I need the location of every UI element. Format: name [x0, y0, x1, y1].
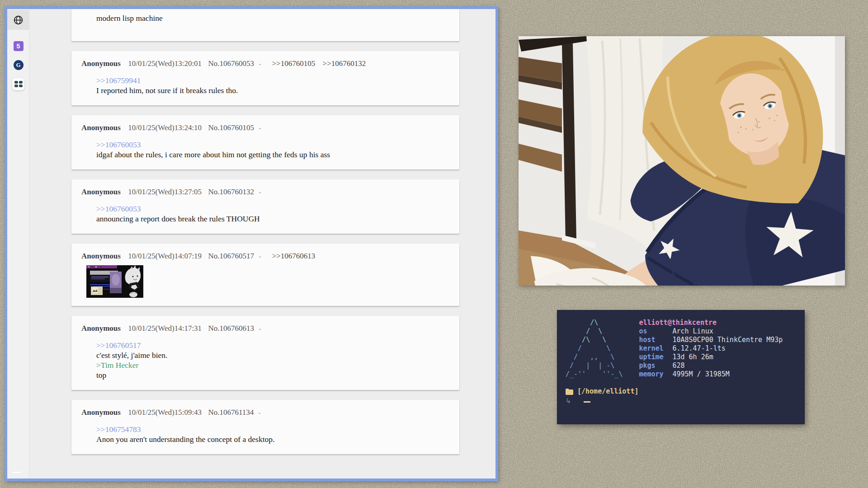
- post-number[interactable]: No.106761134: [208, 408, 254, 417]
- post-date: 10/01/25(Wed)15:09:43: [128, 408, 202, 417]
- post-header: Anonymous 10/01/25(Wed)13:27:05 No.10676…: [71, 179, 459, 197]
- fastfetch-info: elliott@thinkcentre osArch Linux host10A…: [639, 319, 783, 379]
- desktop-screenshot-thumbnail[interactable]: [86, 265, 143, 298]
- selfie-photo-illustration: [519, 36, 845, 286]
- greentext-line: >Tim Hecker: [96, 360, 448, 370]
- selfie-photo-window[interactable]: [519, 36, 845, 286]
- info-value: Arch Linux: [672, 327, 713, 336]
- prompt-arrow-icon: ↳: [566, 397, 571, 405]
- browser-window[interactable]: 5 G modern lisp machine Anonymous 10/01/…: [5, 6, 498, 481]
- post-number[interactable]: No.106760053: [208, 59, 254, 68]
- post-body-text: top: [96, 370, 448, 380]
- terminal-window[interactable]: /\ / \ /\ \ / \ / ,, \ / | | -\ /_-'' ''…: [557, 310, 804, 424]
- backlink[interactable]: >>106760613: [272, 252, 316, 260]
- arch-logo-bottom: / \ / ,, \ / | | -\ /_-'' ''-_\: [566, 344, 623, 378]
- post-date: 10/01/25(Wed)13:27:05: [128, 188, 202, 196]
- info-value: 6.12.47-1-lts: [672, 344, 725, 353]
- post-menu-arrow-icon[interactable]: ⌄: [258, 61, 262, 66]
- post-card: Anonymous 10/01/25(Wed)13:24:10 No.10676…: [71, 115, 459, 169]
- post-body: >>106760517 c'est stylé, j'aime bien. >T…: [71, 333, 459, 390]
- post-menu-arrow-icon[interactable]: ⌄: [258, 253, 262, 259]
- tab-dots-app[interactable]: [7, 74, 29, 94]
- prompt-path-text: [/home/elliott]: [577, 387, 638, 396]
- post-date: 10/01/25(Wed)14:07:19: [128, 252, 202, 260]
- post-menu-arrow-icon[interactable]: ⌄: [258, 189, 262, 195]
- post-menu-arrow-icon[interactable]: ⌄: [258, 325, 262, 331]
- tab-globe[interactable]: [7, 10, 29, 30]
- info-label: pkgs: [639, 361, 672, 370]
- globe-icon: [14, 15, 23, 25]
- post-body-text: announcing a report does break the rules…: [96, 214, 260, 223]
- post-body: >>106760053 announcing a report does bre…: [71, 197, 459, 234]
- post-date: 10/01/25(Wed)14:17:31: [128, 324, 202, 333]
- post-header: Anonymous 10/01/25(Wed)13:24:10 No.10676…: [71, 115, 459, 132]
- post-number[interactable]: No.106760132: [208, 188, 254, 196]
- post-card: Anonymous 10/01/25(Wed)13:20:01 No.10676…: [71, 51, 459, 105]
- quote-link[interactable]: >>106760517: [96, 340, 448, 350]
- thread-scroll-area[interactable]: modern lisp machine Anonymous 10/01/25(W…: [29, 9, 495, 479]
- terminal-user-host: elliott@thinkcentre: [639, 319, 783, 327]
- post-card: Anonymous 10/01/25(Wed)13:27:05 No.10676…: [71, 179, 459, 234]
- info-label: uptime: [639, 353, 672, 361]
- shell-prompt-path: [/home/elliott]: [566, 387, 797, 396]
- poster-name: Anonymous: [81, 408, 121, 417]
- thread-column: modern lisp machine Anonymous 10/01/25(W…: [71, 9, 459, 464]
- arch-ascii-logo: /\ / \ /\ \ / \ / ,, \ / | | -\ /_-'' ''…: [566, 319, 623, 379]
- post-image-container: [71, 261, 459, 306]
- post-header: Anonymous 10/01/25(Wed)14:17:31 No.10676…: [71, 316, 459, 333]
- info-value: 4995M / 31985M: [672, 370, 729, 379]
- dots-grid-icon: [12, 78, 24, 90]
- post-number[interactable]: No.106760613: [208, 324, 254, 333]
- poster-name: Anonymous: [81, 324, 121, 333]
- backlink[interactable]: >>106760105: [272, 59, 316, 68]
- post-body-text: idgaf about the rules, i care more about…: [96, 150, 330, 159]
- info-label: host: [639, 336, 672, 344]
- info-value: 10A8S0CP00 ThinkCentre M93p: [672, 336, 783, 344]
- quote-link[interactable]: >>106760053: [96, 204, 448, 214]
- post-number[interactable]: No.106760105: [208, 123, 254, 132]
- post-body-text: I reported him, not sure if it breaks ru…: [96, 86, 238, 95]
- terminal-cursor: [584, 401, 590, 403]
- post-body: >>106760053 idgaf about the rules, i car…: [71, 132, 459, 169]
- poster-name: Anonymous: [81, 123, 121, 132]
- poster-name: Anonymous: [81, 188, 121, 196]
- poster-name: Anonymous: [81, 252, 121, 260]
- post-header: Anonymous 10/01/25(Wed)13:20:01 No.10676…: [71, 51, 459, 68]
- post-card: Anonymous 10/01/25(Wed)15:09:43 No.10676…: [71, 400, 459, 454]
- g-circle-icon: G: [14, 60, 24, 70]
- html5-icon: 5: [14, 41, 24, 51]
- post-date: 10/01/25(Wed)13:24:10: [128, 123, 202, 132]
- info-value: 628: [672, 361, 684, 370]
- post-menu-arrow-icon[interactable]: ⌄: [258, 125, 262, 131]
- backlink[interactable]: >>106760132: [323, 59, 366, 68]
- post-body: >>106759941 I reported him, not sure if …: [71, 68, 459, 105]
- info-label: kernel: [639, 344, 672, 353]
- post-number[interactable]: No.106760517: [208, 252, 254, 260]
- browser-tab-sidebar: 5 G: [7, 9, 29, 479]
- post-date: 10/01/25(Wed)13:20:01: [128, 59, 202, 68]
- post-header: Anonymous 10/01/25(Wed)14:07:19 No.10676…: [71, 244, 459, 261]
- post-body: >>106754783 Anon you aren't understandin…: [71, 417, 459, 454]
- post-card: Anonymous 10/01/25(Wed)14:17:31 No.10676…: [71, 316, 459, 390]
- arch-logo-top: /\ / \ /\ \: [566, 319, 606, 344]
- info-label: os: [639, 327, 672, 336]
- quote-link[interactable]: >>106754783: [96, 424, 448, 434]
- post-body-text: c'est stylé, j'aime bien.: [96, 350, 448, 360]
- quote-link[interactable]: >>106760053: [96, 140, 448, 150]
- post-header: Anonymous 10/01/25(Wed)15:09:43 No.10676…: [71, 400, 459, 417]
- fastfetch-output: /\ / \ /\ \ / \ / ,, \ / | | -\ /_-'' ''…: [566, 319, 797, 379]
- folder-icon: [566, 389, 573, 395]
- post-menu-arrow-icon[interactable]: ⌄: [258, 409, 262, 415]
- info-label: memory: [639, 370, 672, 379]
- post-body-text: modern lisp machine: [96, 14, 448, 23]
- info-value: 13d 6h 26m: [672, 353, 713, 361]
- shell-input-line[interactable]: ↳: [566, 397, 797, 405]
- poster-name: Anonymous: [81, 59, 121, 68]
- post-card: Anonymous 10/01/25(Wed)14:07:19 No.10676…: [71, 244, 459, 306]
- post-card-partial: modern lisp machine: [71, 9, 459, 41]
- quote-link[interactable]: >>106759941: [96, 75, 448, 85]
- tab-html5[interactable]: 5: [7, 36, 29, 56]
- post-body-text: Anon you aren't understanding the concep…: [96, 435, 274, 444]
- sidebar-footer-handle[interactable]: [12, 472, 21, 473]
- tab-g-site[interactable]: G: [7, 55, 29, 75]
